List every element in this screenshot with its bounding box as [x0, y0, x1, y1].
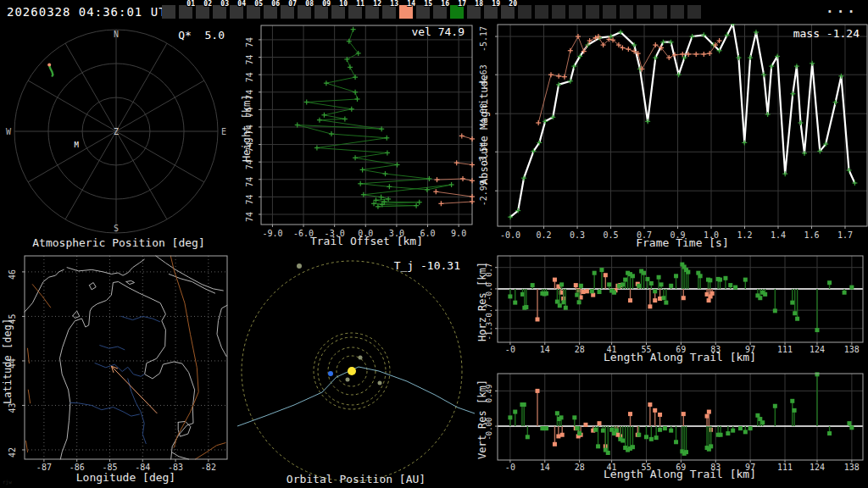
residual-point	[790, 399, 794, 403]
residual-point	[581, 290, 586, 294]
frame-thumb[interactable]	[653, 0, 670, 24]
frame-thumb-01[interactable]: 01	[178, 0, 195, 24]
frame-thumb-13[interactable]: 13	[381, 0, 398, 24]
frame-thumb-image[interactable]	[654, 5, 667, 19]
residual-point	[674, 274, 678, 278]
road	[195, 443, 225, 459]
coastline	[25, 269, 64, 312]
frame-thumb-08[interactable]: 08	[297, 0, 314, 24]
frame-thumb-image[interactable]	[603, 5, 616, 19]
road	[32, 285, 50, 308]
frame-thumb[interactable]	[568, 0, 585, 24]
frame-thumb-12[interactable]: 12	[364, 0, 381, 24]
road	[170, 256, 198, 447]
residual-point	[599, 268, 604, 272]
residual-point	[827, 280, 832, 285]
frame-thumb-label: 04	[237, 0, 246, 8]
more-frames-button[interactable]: ...	[826, 0, 858, 16]
frame-thumb-20[interactable]: 20	[500, 0, 517, 24]
planet-inner-2-dot	[346, 378, 350, 382]
frame-thumb[interactable]	[161, 0, 178, 24]
map-x-axis-label: Longitude [deg]	[14, 471, 237, 484]
frame-thumb[interactable]	[602, 0, 619, 24]
residual-point	[648, 402, 652, 407]
residual-point	[755, 413, 760, 418]
residual-point	[718, 278, 722, 282]
residual-point	[617, 284, 621, 288]
frame-thumb[interactable]	[585, 0, 602, 24]
frame-thumb-image[interactable]	[687, 5, 701, 19]
frame-thumb[interactable]	[619, 0, 636, 24]
res-x-axis-label-2: Length Along Trail [km]	[492, 468, 868, 480]
frame-thumb-19[interactable]: 19	[483, 0, 500, 24]
residual-point	[682, 412, 686, 416]
frame-thumb-label: 19	[492, 0, 500, 8]
residual-point	[653, 289, 657, 293]
residual-point	[663, 426, 667, 430]
residual-point	[574, 283, 578, 287]
frame-thumb-02[interactable]: 02	[195, 0, 212, 24]
residual-point	[544, 291, 548, 296]
frame-thumb-17[interactable]: 17	[449, 0, 466, 24]
frame-thumb-image[interactable]	[162, 5, 175, 19]
residual-point	[664, 301, 668, 305]
residual-point	[631, 274, 635, 278]
trail-zigzag-line	[298, 30, 452, 207]
frame-thumb-15[interactable]: 15	[415, 0, 432, 24]
frame-thumb[interactable]	[670, 0, 687, 24]
frame-thumb-18[interactable]: 18	[466, 0, 483, 24]
residual-point	[654, 435, 659, 440]
frame-thumb[interactable]	[534, 0, 551, 24]
residual-point	[596, 444, 600, 448]
frame-thumb-label: 05	[254, 0, 263, 8]
frame-thumb-10[interactable]: 10	[331, 0, 348, 24]
frame-thumb-07[interactable]: 07	[280, 0, 297, 24]
frame-thumb-05[interactable]: 05	[246, 0, 263, 24]
cardinal-north: N	[114, 30, 119, 39]
frame-thumb-04[interactable]: 04	[229, 0, 246, 24]
magnitude-plot-canvas: -0.00.20.30.50.70.91.01.21.41.61.7-5.17-…	[475, 24, 868, 252]
frame-thumb-image[interactable]	[569, 5, 582, 19]
residual-point	[674, 440, 678, 444]
frame-thumb-image[interactable]	[552, 5, 565, 19]
tick-label: 43	[8, 402, 17, 413]
frame-thumb-image[interactable]	[518, 5, 531, 19]
frame-thumb[interactable]	[517, 0, 534, 24]
coastline	[67, 259, 144, 275]
mass-value: mass -1.24	[793, 27, 860, 40]
coastline	[156, 256, 223, 291]
frame-thumb-label: 10	[339, 0, 348, 8]
tick-label: 74	[245, 72, 254, 82]
frame-thumb-image[interactable]	[535, 5, 548, 19]
residual-point	[637, 284, 641, 288]
residual-point	[649, 281, 654, 286]
frame-thumb[interactable]	[636, 0, 653, 24]
frame-thumb-image[interactable]	[637, 5, 650, 19]
frame-thumb-image[interactable]	[620, 5, 633, 19]
frame-thumb[interactable]	[551, 0, 568, 24]
velocity-value: vel 74.9	[411, 25, 465, 38]
residual-point	[577, 431, 581, 435]
frame-thumb[interactable]	[687, 0, 704, 24]
frame-thumb-06[interactable]: 06	[263, 0, 280, 24]
residual-point	[642, 271, 646, 275]
residual-point	[590, 289, 594, 293]
frame-thumb-label: 08	[305, 0, 314, 8]
residual-point	[604, 273, 608, 277]
cardinal-east: E	[221, 127, 226, 136]
residual-point	[790, 301, 794, 305]
frame-thumb-image[interactable]	[586, 5, 599, 19]
jupiter-dot	[297, 263, 302, 269]
residual-point	[726, 431, 730, 435]
frame-thumb-image[interactable]	[670, 5, 684, 19]
frame-thumb-label: 12	[373, 0, 381, 8]
frame-thumb-label: 15	[424, 0, 432, 8]
residual-point	[707, 298, 711, 302]
residual-point	[559, 282, 564, 286]
frame-thumb-09[interactable]: 09	[314, 0, 331, 24]
frame-thumb-16[interactable]: 16	[432, 0, 449, 24]
frame-thumb-14[interactable]: 14	[398, 0, 415, 24]
frame-thumb-11[interactable]: 11	[348, 0, 364, 24]
residuals-panel: -0142841556983971111241380.7-0.0-0.7-1.3…	[475, 252, 868, 488]
frame-thumb-03[interactable]: 03	[212, 0, 229, 24]
